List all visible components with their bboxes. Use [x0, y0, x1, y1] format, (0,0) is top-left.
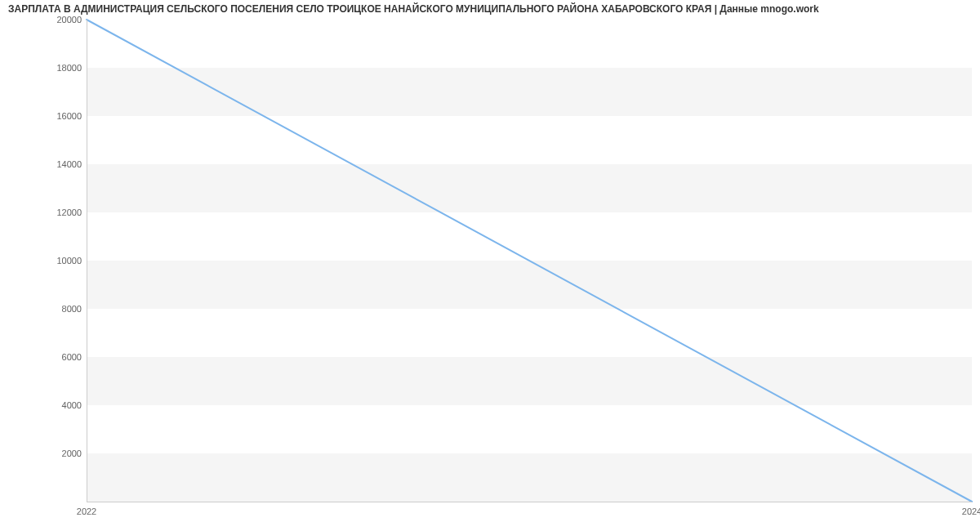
chart-title: ЗАРПЛАТА В АДМИНИСТРАЦИЯ СЕЛЬСКОГО ПОСЕЛ…: [8, 3, 819, 15]
y-tick-label: 16000: [56, 111, 82, 121]
x-axis-line: [87, 502, 972, 502]
y-tick-label: 12000: [56, 207, 82, 217]
y-tick-label: 6000: [62, 352, 82, 362]
y-tick-label: 10000: [56, 256, 82, 266]
y-tick-label: 14000: [56, 159, 82, 169]
x-tick-label: 2022: [77, 506, 96, 516]
y-tick-label: 20000: [56, 15, 82, 25]
line-series: [87, 20, 972, 502]
plot-area: [87, 20, 972, 502]
y-tick-label: 4000: [62, 400, 82, 410]
y-tick-label: 2000: [62, 448, 82, 458]
y-tick-label: 18000: [56, 63, 82, 73]
y-axis-line: [87, 20, 87, 502]
x-tick-label: 2024: [962, 506, 980, 516]
y-tick-label: 8000: [62, 304, 82, 314]
